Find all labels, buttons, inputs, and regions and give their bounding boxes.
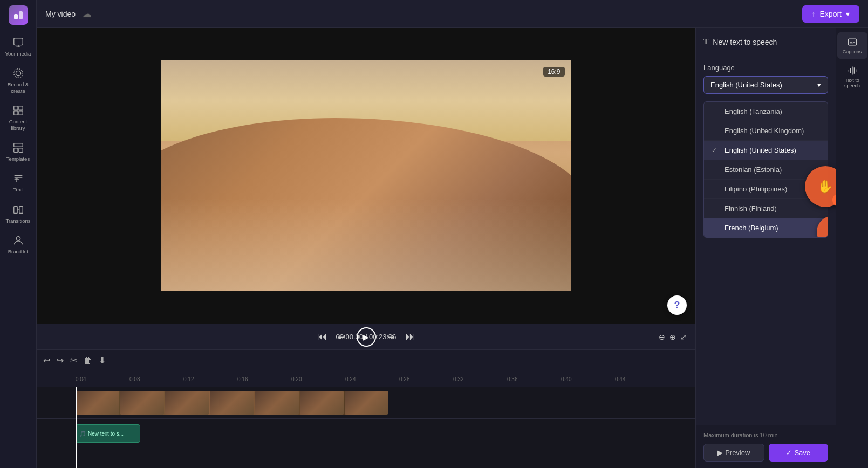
main-area: My video ☁ ↑ Export ▾ 16:9 ? bbox=[37, 0, 868, 468]
ruler-mark: 0:12 bbox=[183, 376, 237, 382]
ruler-mark: 0:44 bbox=[615, 376, 669, 382]
language-option-label: Finnish (Finland) bbox=[725, 204, 777, 212]
sidebar-item-label: Text bbox=[13, 187, 23, 192]
timeline-tracks: 🎵 New text to s... bbox=[37, 387, 695, 468]
language-section: Language English (United States) ▾ bbox=[696, 56, 836, 101]
export-button[interactable]: ↑ Export ▾ bbox=[802, 5, 859, 23]
video-track-row bbox=[37, 387, 695, 419]
check-icon: ✓ bbox=[786, 449, 792, 457]
video-track-clip[interactable] bbox=[76, 391, 388, 415]
svg-rect-11 bbox=[18, 148, 22, 152]
panel-footer: Maximum duration is 10 min ▶ Preview ✓ S… bbox=[696, 425, 836, 468]
svg-rect-13 bbox=[13, 206, 17, 213]
timeline-ruler: 0:04 0:08 0:12 0:16 0:20 0:24 0:28 0:32 … bbox=[37, 371, 695, 387]
ruler-mark: 0:04 bbox=[76, 376, 129, 382]
sidebar-item-text[interactable]: T Text bbox=[2, 168, 35, 197]
text-track-content[interactable]: 🎵 New text to s... bbox=[76, 419, 695, 451]
language-option-label: English (United States) bbox=[725, 146, 796, 154]
sidebar-item-content-library[interactable]: Content library bbox=[2, 100, 35, 135]
skip-forward-button[interactable]: ⏭ bbox=[406, 331, 415, 342]
ruler-mark: 0:40 bbox=[561, 376, 615, 382]
sidebar-item-label: Brand kit bbox=[8, 249, 29, 254]
sidebar-item-label: Transitions bbox=[5, 218, 30, 224]
video-thumb bbox=[120, 391, 164, 415]
language-option-label: Filipino (Philippines) bbox=[725, 185, 787, 193]
svg-rect-24 bbox=[848, 39, 856, 45]
footer-buttons: ▶ Preview ✓ Save bbox=[703, 444, 828, 462]
content-row: 16:9 ? ⏮ ↩ ▶ ↪ ⏭ 00:00.00 / 00:23.06 ⊖ ⊕ bbox=[37, 28, 868, 468]
video-thumb bbox=[76, 391, 119, 415]
text-clip-label: New text to s... bbox=[88, 431, 124, 437]
sidebar-item-label: Record & create bbox=[4, 81, 32, 94]
top-bar: My video ☁ ↑ Export ▾ bbox=[37, 0, 868, 28]
language-option-us[interactable]: ✓ English (United States) bbox=[704, 141, 828, 160]
text-track-clip[interactable]: 🎵 New text to s... bbox=[76, 424, 140, 443]
skip-back-button[interactable]: ⏮ bbox=[317, 331, 327, 342]
svg-rect-9 bbox=[13, 143, 23, 147]
timeline-area: ↩ ↪ ✂ 🗑 ⬇ 0:04 0:08 0:12 0:16 0:20 0:24 … bbox=[37, 349, 695, 468]
sidebar: Your media Record & create Content libra… bbox=[0, 0, 37, 468]
video-thumb bbox=[300, 391, 344, 415]
undo-button[interactable]: ↩ bbox=[43, 355, 50, 366]
help-button[interactable]: ? bbox=[667, 295, 687, 315]
language-option-filipino[interactable]: Filipino (Philippines) bbox=[704, 180, 828, 199]
svg-point-16 bbox=[817, 216, 828, 238]
svg-rect-7 bbox=[13, 111, 17, 115]
cut-button[interactable]: ✂ bbox=[70, 355, 77, 366]
ruler-mark: 0:16 bbox=[237, 376, 291, 382]
language-dropdown[interactable]: English (United States) ▾ bbox=[703, 76, 828, 94]
ruler-mark: 0:24 bbox=[345, 376, 399, 382]
sidebar-item-record-create[interactable]: Record & create bbox=[2, 63, 35, 98]
time-display: 00:00.00 / 00:23.06 bbox=[336, 333, 396, 341]
zoom-out-button[interactable]: ⊖ bbox=[659, 333, 665, 341]
language-option-label: English (Tanzania) bbox=[725, 107, 782, 115]
sidebar-item-label: Content library bbox=[4, 119, 32, 131]
language-option-french-belgium[interactable]: French (Belgium) ✋ 2 bbox=[704, 218, 828, 237]
preview-button[interactable]: ▶ Preview bbox=[703, 444, 764, 462]
panel-title: New text to speech bbox=[713, 38, 828, 46]
fit-button[interactable]: ⤢ bbox=[680, 333, 687, 341]
save-clip-button[interactable]: ⬇ bbox=[99, 355, 106, 366]
sidebar-item-label: Your media bbox=[5, 51, 31, 57]
text-track-row: 🎵 New text to s... bbox=[37, 419, 695, 451]
ruler-mark: 0:32 bbox=[453, 376, 507, 382]
video-track-content[interactable] bbox=[76, 387, 695, 418]
language-option-uk[interactable]: English (United Kingdom) bbox=[704, 121, 828, 141]
svg-rect-2 bbox=[13, 38, 23, 45]
playhead bbox=[76, 387, 77, 468]
sidebar-item-your-media[interactable]: Your media bbox=[2, 32, 35, 61]
sidebar-item-templates[interactable]: Templates bbox=[2, 137, 35, 166]
svg-rect-8 bbox=[18, 111, 22, 115]
delete-button[interactable]: 🗑 bbox=[84, 356, 92, 366]
project-name: My video bbox=[45, 10, 76, 18]
ruler-marks: 0:04 0:08 0:12 0:16 0:20 0:24 0:28 0:32 … bbox=[76, 376, 669, 382]
sidebar-item-brand-kit[interactable]: Brand kit bbox=[2, 230, 35, 259]
language-option-estonian[interactable]: Estonian (Estonia) bbox=[704, 160, 828, 180]
language-option-label: French (Belgium) bbox=[725, 224, 778, 232]
language-option-finnish[interactable]: Finnish (Finland) bbox=[704, 199, 828, 218]
svg-rect-6 bbox=[18, 106, 22, 110]
svg-rect-14 bbox=[19, 206, 22, 213]
ruler-mark: 0:36 bbox=[507, 376, 561, 382]
right-panel: T New text to speech Language English (U… bbox=[695, 28, 836, 468]
captions-sidebar: Captions Text to speech bbox=[836, 28, 868, 468]
playback-controls: ⏮ ↩ ▶ ↪ ⏭ 00:00.00 / 00:23.06 ⊖ ⊕ ⤢ bbox=[37, 324, 695, 349]
captions-tab[interactable]: Captions bbox=[837, 32, 867, 59]
cloud-icon: ☁ bbox=[82, 8, 92, 20]
zoom-in-button[interactable]: ⊕ bbox=[669, 333, 676, 341]
svg-text:✋: ✋ bbox=[827, 226, 828, 238]
ruler-mark: 0:08 bbox=[129, 376, 183, 382]
aspect-ratio-badge: 16:9 bbox=[543, 67, 564, 77]
text-to-speech-tab[interactable]: Text to speech bbox=[837, 61, 867, 93]
redo-button[interactable]: ↪ bbox=[57, 355, 64, 366]
panel-top-bar: T New text to speech bbox=[696, 28, 836, 56]
language-option-tanzania[interactable]: English (Tanzania) bbox=[704, 102, 828, 121]
audio-icon: 🎵 bbox=[79, 431, 86, 437]
save-button[interactable]: ✓ Save bbox=[769, 444, 829, 462]
language-option-label: Estonian (Estonia) bbox=[725, 166, 782, 174]
video-thumb bbox=[345, 391, 388, 415]
language-list: English (Tanzania) English (United Kingd… bbox=[703, 101, 828, 238]
video-preview-container: 16:9 ? bbox=[37, 28, 695, 324]
sidebar-item-transitions[interactable]: Transitions bbox=[2, 199, 35, 228]
captions-label: Captions bbox=[843, 49, 862, 54]
